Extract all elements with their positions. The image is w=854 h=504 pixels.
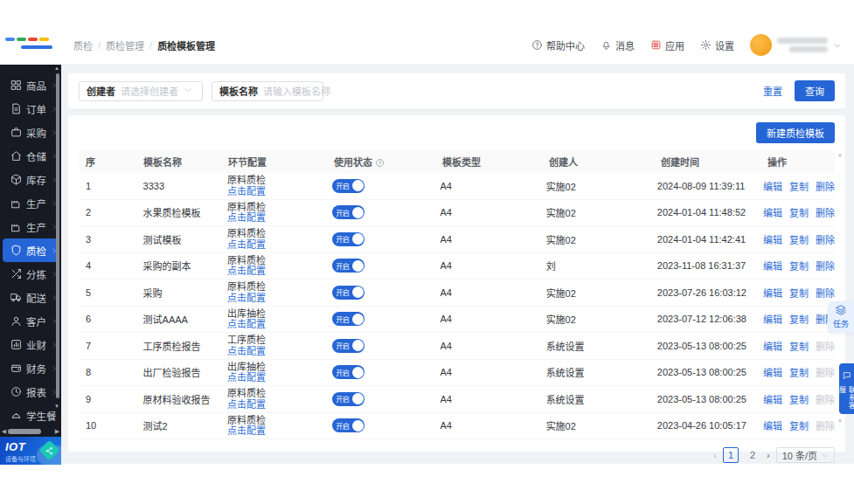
column-header: 模板名称 — [136, 155, 221, 169]
configure-link[interactable]: 点击配置 — [227, 212, 266, 223]
status-toggle[interactable]: 开启 — [332, 179, 365, 193]
user-menu[interactable] — [750, 34, 842, 56]
status-toggle[interactable]: 开启 — [332, 312, 365, 326]
breadcrumb-level-1[interactable]: 质检 — [73, 38, 93, 52]
topnav-help-center[interactable]: 帮助中心 — [531, 38, 585, 52]
copy-link[interactable]: 复制 — [789, 259, 809, 273]
column-header: 创建时间 — [654, 155, 760, 169]
sidebar-item-production-1[interactable]: 生产 — [3, 191, 59, 215]
configure-link[interactable]: 点击配置 — [227, 266, 266, 276]
sidebar-item-sorting[interactable]: 分拣 — [3, 262, 59, 286]
copy-link[interactable]: 复制 — [789, 179, 809, 193]
topnav-apps[interactable]: 应用 — [650, 38, 684, 52]
breadcrumb-level-2[interactable]: 质检管理 — [106, 38, 144, 52]
status-toggle[interactable]: 开启 — [332, 392, 365, 406]
sidebar-item-goods[interactable]: 商品 — [3, 73, 59, 97]
table-scroll-up-icon[interactable]: ▲ — [837, 152, 843, 157]
delete-link[interactable]: 删除 — [816, 259, 835, 273]
sidebar-item-customers[interactable]: 客户 — [3, 309, 59, 333]
template-name-input[interactable]: 模板名称 请输入模板名称 — [212, 81, 323, 101]
copy-link[interactable]: 复制 — [789, 418, 809, 432]
hscroll-right-icon[interactable]: ▶ — [53, 428, 61, 435]
status-toggle[interactable]: 开启 — [332, 418, 365, 432]
configure-link[interactable]: 点击配置 — [227, 319, 266, 329]
page-number-2[interactable]: 2 — [745, 447, 760, 463]
edit-link[interactable]: 编辑 — [763, 365, 782, 379]
creator-select[interactable]: 创建者 请选择创建者 — [79, 81, 203, 101]
configure-link[interactable]: 点击配置 — [227, 346, 266, 356]
next-page-icon[interactable]: › — [767, 450, 770, 460]
delete-link[interactable]: 删除 — [816, 232, 835, 246]
sidebar-item-student-meal[interactable]: 学生餐 — [3, 404, 59, 427]
sidebar-item-orders[interactable]: 订单 — [3, 97, 59, 121]
configure-link[interactable]: 点击配置 — [227, 293, 266, 303]
sidebar-item-reports[interactable]: 报表 — [3, 380, 59, 404]
page-number-1[interactable]: 1 — [723, 447, 739, 463]
copy-link[interactable]: 复制 — [789, 365, 809, 379]
delete-link[interactable]: 删除 — [816, 286, 835, 300]
delete-link[interactable]: 删除 — [816, 179, 835, 193]
hscroll-left-icon[interactable]: ◀ — [0, 428, 8, 435]
edit-link[interactable]: 编辑 — [763, 179, 782, 193]
sidebar-item-warehouse[interactable]: 仓储 — [3, 144, 59, 168]
configure-link[interactable]: 点击配置 — [227, 399, 266, 410]
cell-template-type: A4 — [433, 341, 538, 351]
chev-down-icon — [184, 86, 192, 94]
table-scroll-down-icon[interactable]: ▼ — [837, 418, 843, 424]
hscroll-thumb[interactable] — [8, 429, 41, 434]
copy-link[interactable]: 复制 — [789, 392, 809, 406]
edit-link[interactable]: 编辑 — [763, 418, 782, 432]
sidebar-item-production-2[interactable]: 生产 — [3, 215, 59, 238]
sidebar-item-delivery[interactable]: 配送 — [3, 286, 59, 309]
sidebar-item-label: 订单 — [26, 102, 46, 116]
status-toggle[interactable]: 开启 — [332, 259, 365, 273]
sidebar-item-quality[interactable]: 质检 — [3, 238, 59, 262]
page-size-select[interactable]: 10 条/页 — [776, 447, 835, 463]
configure-link[interactable]: 点击配置 — [227, 239, 266, 250]
edit-link[interactable]: 编辑 — [763, 232, 782, 246]
table-row: 7工序质检报告工序质检点击配置开启A4系统设置2023-05-13 08:00:… — [79, 333, 835, 360]
search-button[interactable]: 查询 — [795, 80, 835, 101]
edit-link[interactable]: 编辑 — [763, 339, 782, 353]
sidebar-scrollbar[interactable] — [56, 73, 59, 398]
copy-link[interactable]: 复制 — [789, 232, 809, 246]
breadcrumb-separator: / — [98, 40, 101, 51]
sidebar-scroll-up-icon[interactable]: ▲ — [52, 66, 61, 71]
topnav-settings[interactable]: 设置 — [700, 38, 734, 52]
delete-link[interactable]: 删除 — [816, 205, 835, 219]
edit-link[interactable]: 编辑 — [763, 312, 782, 326]
creator-select-label: 创建者 — [87, 84, 115, 98]
create-template-button[interactable]: 新建质检模板 — [756, 122, 835, 143]
configure-link[interactable]: 点击配置 — [227, 372, 266, 383]
sidebar-scroll-down-icon[interactable]: ▼ — [52, 404, 61, 409]
copy-link[interactable]: 复制 — [789, 339, 809, 353]
status-toggle[interactable]: 开启 — [332, 286, 365, 300]
status-toggle[interactable]: 开启 — [332, 339, 365, 353]
prev-page-icon[interactable]: ‹ — [713, 450, 717, 460]
copy-link[interactable]: 复制 — [789, 205, 809, 219]
sidebar-item-inventory[interactable]: 库存 — [3, 168, 59, 191]
configure-link[interactable]: 点击配置 — [227, 186, 266, 197]
sidebar-item-purchase[interactable]: 采购 — [3, 121, 59, 144]
status-toggle[interactable]: 开启 — [332, 365, 365, 379]
configure-link[interactable]: 点击配置 — [227, 425, 266, 436]
user-icon — [10, 315, 22, 327]
copy-link[interactable]: 复制 — [789, 312, 809, 326]
sidebar-item-finance[interactable]: 财务 — [3, 356, 59, 380]
status-toggle[interactable]: 开启 — [332, 205, 365, 219]
cell-creator: 系统设置 — [539, 339, 650, 353]
copy-link[interactable]: 复制 — [789, 286, 809, 300]
tasks-float-button[interactable]: 任务 — [828, 301, 854, 333]
status-toggle[interactable]: 开启 — [332, 232, 365, 246]
edit-link[interactable]: 编辑 — [763, 392, 782, 406]
edit-link[interactable]: 编辑 — [763, 259, 782, 273]
reset-button[interactable]: 重置 — [760, 80, 786, 101]
edit-link[interactable]: 编辑 — [763, 286, 782, 300]
topnav-messages[interactable]: 消息 — [601, 38, 635, 52]
cell-template-name: 测试模板 — [136, 232, 220, 246]
edit-link[interactable]: 编辑 — [763, 205, 782, 219]
iot-banner[interactable]: IOT 设备与环境 — [0, 437, 61, 465]
contact-support-float-button[interactable]: 联系客服 — [839, 363, 854, 414]
column-header: 操作 — [760, 155, 835, 169]
sidebar-item-biz-finance[interactable]: 业财 — [3, 333, 59, 356]
